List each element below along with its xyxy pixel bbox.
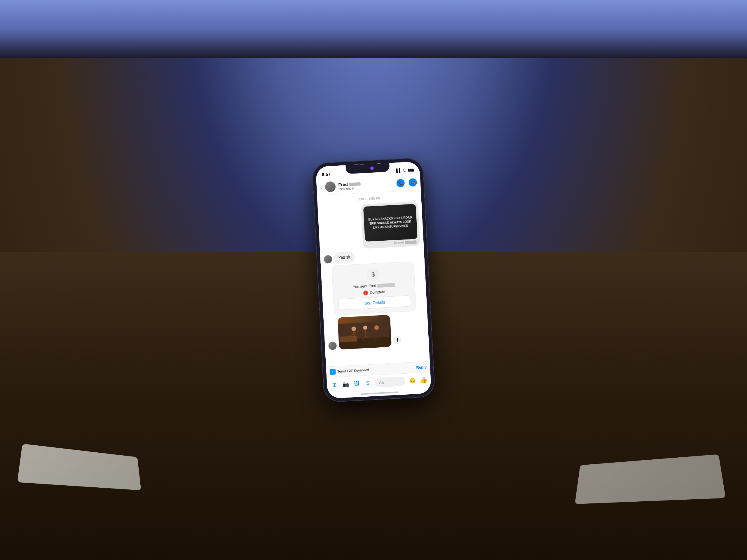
gif-bubble: BUYING SNACKS FOR A ROAD TRIP SHOULD ALW… [361,202,420,249]
gif-text: BUYING SNACKS FOR A ROAD TRIP SHOULD ALW… [367,216,414,230]
signal-icon: ▌▌ [396,168,402,173]
image-icon: 🖼 [354,381,360,387]
phone: 8:57 ▌▌ ⬡ ▮▮▮ ‹ Fred Messenger [312,158,435,402]
gif-image: BUYING SNACKS FOR A ROAD TRIP SHOULD ALW… [363,204,417,241]
status-time: 8:57 [321,171,331,177]
home-bar [360,392,398,395]
tenor-left: T Tenor GIF Keyboard [330,367,369,375]
payment-button[interactable]: $ [364,379,372,387]
phone-frame: 8:57 ▌▌ ⬡ ▮▮▮ ‹ Fred Messenger [312,158,435,402]
call-button[interactable]: 📞 [396,179,405,187]
battery-icon: ▮▮▮ [408,167,414,172]
tenor-logo-letter: T [332,370,334,373]
svg-line-4 [354,331,354,337]
video-button[interactable]: 📹 [409,178,417,187]
share-icon-2: ⬆ [395,337,400,343]
incoming-gif-avatar [328,342,337,350]
received-gif-share-button[interactable]: ⬆ [393,336,402,344]
dancing-svg [338,321,390,349]
phone-icon: 📞 [398,181,403,186]
received-gif-bubble [338,315,392,349]
input-placeholder: Aa [379,380,384,385]
grid-button[interactable]: ⊞ [330,381,339,389]
message-input[interactable]: Aa [375,377,406,387]
tenor-logo: T [330,369,336,375]
see-details-button[interactable]: See Details [338,295,411,310]
emoji-button[interactable]: 😊 [408,377,417,385]
payment-card: $ You sent Fred ✓ Complete See Details [332,261,416,316]
camera-dot [370,166,374,170]
chat-area[interactable]: JUN 1, 1:53 PM BUYING SNACKS FOR A ROAD … [317,190,430,367]
svg-rect-2 [340,336,357,342]
check-icon: ✓ [364,291,367,294]
payment-description: You sent Fred [353,282,395,289]
camera-button[interactable]: 📷 [341,380,350,389]
outgoing-gif-message: BUYING SNACKS FOR A ROAD TRIP SHOULD ALW… [361,202,420,249]
status-icons: ▌▌ ⬡ ▮▮▮ [396,167,414,173]
payment-status: ✓ Complete [363,290,385,295]
emoji-icon: 😊 [409,377,416,384]
video-icon: 📹 [410,180,415,185]
bubble-incoming: Yes sir [334,251,355,263]
grid-icon: ⊞ [332,381,337,388]
phone-screen: 8:57 ▌▌ ⬡ ▮▮▮ ‹ Fred Messenger [315,161,431,399]
date-label: JUN 1, 1:53 PM [321,194,417,203]
monitor-top [0,0,747,58]
tenor-text: Tenor GIF Keyboard [337,368,369,374]
payment-icon: $ [366,268,380,282]
header-actions: 📞 📹 [396,178,417,188]
camera-icon: 📷 [342,381,349,388]
received-gif-message: ⬆ [327,315,392,350]
reply-button[interactable]: Reply [416,365,427,370]
contact-avatar [325,181,336,192]
wifi-icon: ⬡ [403,168,407,172]
contact-info: Fred Messenger [338,179,394,190]
thumbs-up-icon: 👍 [419,376,428,384]
svg-line-10 [365,329,366,336]
thumbs-up-button[interactable]: 👍 [419,376,428,384]
payment-icon: $ [366,380,369,386]
back-button[interactable]: ‹ [320,184,323,190]
incoming-avatar [324,255,332,263]
incoming-message: Yes sir [324,251,355,263]
status-dot: ✓ [363,291,368,295]
image-button[interactable]: 🖼 [353,379,361,388]
payment-status-label: Complete [370,290,385,295]
